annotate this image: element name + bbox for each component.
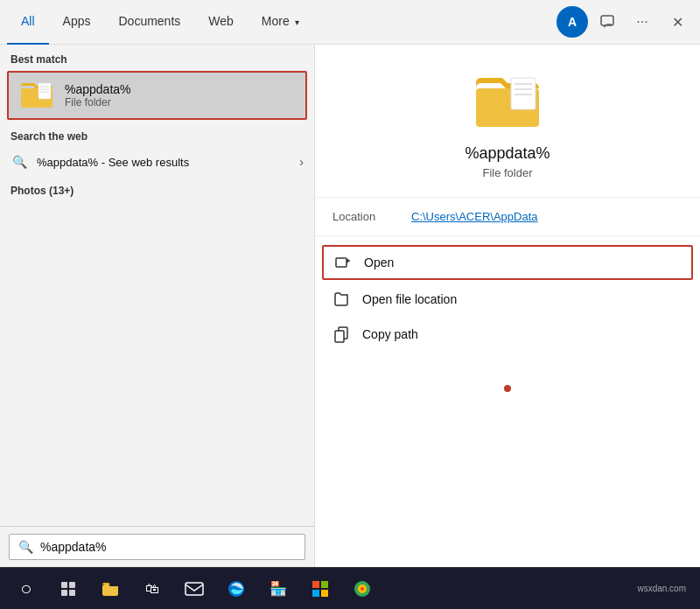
tab-all[interactable]: All — [7, 0, 49, 45]
location-path[interactable]: C:\Users\ACER\AppData — [411, 210, 538, 223]
chevron-down-icon — [293, 14, 299, 28]
tab-documents[interactable]: Documents — [104, 0, 194, 45]
svg-rect-17 — [69, 590, 75, 596]
tab-web[interactable]: Web — [194, 0, 248, 45]
svg-rect-15 — [69, 582, 75, 588]
photos-label: Photos (13+) — [0, 178, 314, 200]
arrow-right-icon: › — [299, 155, 304, 169]
svg-rect-13 — [335, 331, 344, 342]
right-panel: %appdata% File folder Location C:\Users\… — [315, 45, 700, 567]
best-match-type: File folder — [65, 96, 131, 108]
search-box-icon: 🔍 — [18, 540, 33, 554]
svg-rect-21 — [321, 581, 328, 588]
user-avatar[interactable]: A — [556, 6, 588, 38]
taskbar-edge-btn[interactable] — [217, 571, 256, 606]
feedback-icon[interactable] — [592, 6, 623, 38]
folder-preview-icon — [472, 71, 542, 134]
taskbar: ○ 🛍 🏪 — [0, 567, 700, 609]
folder-icon — [19, 80, 54, 111]
svg-rect-7 — [511, 78, 536, 109]
svg-rect-2 — [38, 83, 51, 99]
open-file-location-icon — [332, 290, 350, 308]
taskbar-mail-btn[interactable] — [175, 571, 214, 606]
preview-name: %appdata% — [465, 144, 550, 163]
preview-type: File folder — [482, 166, 532, 179]
svg-rect-23 — [321, 590, 328, 597]
left-panel: Best match %appdata% File folder — [0, 45, 315, 567]
location-label: Location — [332, 210, 394, 223]
copy-path-label: Copy path — [362, 327, 418, 341]
open-file-location-label: Open file location — [362, 292, 457, 306]
search-web-text: %appdata% - See web results — [37, 156, 290, 169]
svg-rect-18 — [186, 583, 203, 595]
svg-rect-16 — [61, 590, 67, 596]
best-match-item[interactable]: %appdata% File folder — [7, 71, 307, 120]
svg-rect-20 — [312, 581, 319, 588]
svg-rect-14 — [61, 582, 67, 588]
copy-path-icon — [332, 326, 350, 343]
right-preview: %appdata% File folder — [315, 45, 700, 198]
tab-more[interactable]: More — [248, 0, 313, 45]
open-button[interactable]: Open — [322, 245, 693, 280]
open-file-location-button[interactable]: Open file location — [315, 282, 700, 317]
search-input[interactable] — [40, 540, 296, 554]
close-icon[interactable]: ✕ — [662, 6, 693, 38]
main-content: Best match %appdata% File folder — [0, 45, 700, 567]
tab-apps[interactable]: Apps — [49, 0, 105, 45]
svg-rect-11 — [336, 258, 346, 267]
search-box-container: 🔍 — [0, 526, 314, 567]
search-web-label: Search the web — [0, 122, 314, 146]
best-match-name: %appdata% — [65, 82, 131, 96]
best-match-text: %appdata% File folder — [65, 82, 131, 108]
search-icon: 🔍 — [10, 153, 28, 171]
open-label: Open — [364, 256, 394, 270]
location-row: Location C:\Users\ACER\AppData — [315, 198, 700, 236]
watermark: wsxdan.com — [637, 584, 693, 593]
action-list: Open Open file location — [315, 236, 700, 359]
search-web-item[interactable]: 🔍 %appdata% - See web results › — [0, 146, 314, 178]
best-match-label: Best match — [0, 45, 314, 69]
taskbar-explorer-btn[interactable] — [91, 571, 130, 606]
search-box: 🔍 — [9, 534, 305, 560]
copy-path-button[interactable]: Copy path — [315, 317, 700, 352]
taskbar-taskview-btn[interactable] — [49, 571, 88, 606]
taskbar-store-btn[interactable]: 🛍 — [133, 571, 172, 606]
taskbar-search-btn[interactable]: ○ — [7, 571, 46, 606]
taskbar-app2-btn[interactable] — [343, 571, 382, 606]
open-icon — [334, 254, 352, 271]
taskbar-app1-btn[interactable] — [301, 571, 340, 606]
svg-point-26 — [360, 587, 364, 591]
taskbar-bag-btn[interactable]: 🏪 — [259, 571, 298, 606]
more-options-icon[interactable]: ··· — [626, 6, 658, 38]
top-nav: All Apps Documents Web More A ··· ✕ — [0, 0, 700, 45]
nav-controls: A ··· ✕ — [556, 6, 693, 38]
svg-rect-22 — [312, 590, 319, 597]
red-dot-decoration — [504, 385, 511, 392]
